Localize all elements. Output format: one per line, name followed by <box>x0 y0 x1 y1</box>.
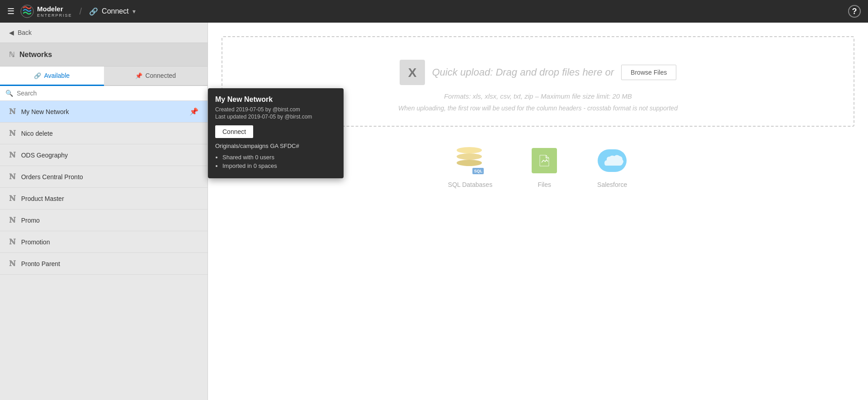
search-icon: 🔍 <box>5 90 13 97</box>
svg-text:X: X <box>408 66 416 80</box>
tab-available-label: Available <box>44 72 70 79</box>
salesforce-label: Salesforce <box>597 181 627 188</box>
navbar: ☰ Modeler ENTERPRISE / 🔗 Connect ▾ ? <box>0 0 868 23</box>
sql-icon: SQL <box>454 145 486 176</box>
sidebar-tabs: 🔗 Available 📌 Connected <box>0 67 208 86</box>
datasource-sql[interactable]: SQL SQL Databases <box>448 145 492 188</box>
chevron-down-icon[interactable]: ▾ <box>132 8 136 15</box>
networks-header: ℕ Networks <box>0 43 208 67</box>
network-icon: ℕ <box>9 172 16 181</box>
back-chevron-icon: ◀ <box>9 29 14 36</box>
list-item-label: Pronto Parent <box>21 260 198 267</box>
list-item-label: Product Master <box>21 195 198 202</box>
network-icon: ℕ <box>9 194 16 203</box>
networks-icon: ℕ <box>9 50 15 59</box>
list-item[interactable]: ℕ Pronto Parent <box>0 253 208 275</box>
browse-files-button[interactable]: Browse Files <box>621 65 676 80</box>
tooltip-connect-button[interactable]: Connect <box>215 125 253 138</box>
network-list: ℕ My New Network 📌 ℕ Nico delete ℕ ODS G… <box>0 101 208 400</box>
back-label: Back <box>18 29 32 36</box>
list-item[interactable]: ℕ Orders Central Pronto <box>0 166 208 188</box>
help-button[interactable]: ? <box>848 5 861 18</box>
tab-available[interactable]: 🔗 Available <box>0 67 104 86</box>
search-bar: 🔍 <box>0 86 208 101</box>
tooltip-updated-text: Last updated 2019-07-05 by <box>215 114 283 120</box>
tooltip-updated-email: @birst.com <box>284 114 312 120</box>
files-icon-wrap <box>532 148 557 173</box>
network-icon: ℕ <box>9 107 16 116</box>
upload-drag-drop-text: Quick upload: Drag and drop files here o… <box>432 67 614 78</box>
modeler-logo-icon <box>20 4 34 19</box>
pin-icon: 📌 <box>189 107 198 116</box>
sql-label: SQL Databases <box>448 181 492 188</box>
list-item[interactable]: ℕ My New Network 📌 <box>0 101 208 123</box>
tooltip-created: Created 2019-07-05 by @birst.com <box>215 106 336 113</box>
page-layout: ◀ Back ℕ Networks 🔗 Available 📌 Connecte… <box>0 23 868 400</box>
list-item[interactable]: ℕ Promo <box>0 210 208 231</box>
breadcrumb-label: Connect <box>102 7 129 15</box>
datasource-files[interactable]: Files <box>528 145 560 188</box>
list-item-label: ODS Geography <box>21 152 198 159</box>
list-item-label: Promotion <box>21 238 198 246</box>
list-item[interactable]: ℕ Product Master <box>0 188 208 210</box>
salesforce-icon <box>596 145 628 176</box>
upload-zone-content: X Quick upload: Drag and drop files here… <box>236 60 840 85</box>
files-icon <box>528 145 560 176</box>
app-logo: Modeler ENTERPRISE <box>20 4 72 19</box>
tooltip-imported-stat: Imported in 0 spaces <box>222 162 336 169</box>
sidebar: ◀ Back ℕ Networks 🔗 Available 📌 Connecte… <box>0 23 208 400</box>
search-input[interactable] <box>17 90 202 97</box>
app-edition: ENTERPRISE <box>37 13 72 18</box>
tab-connected[interactable]: 📌 Connected <box>104 67 208 86</box>
datasource-salesforce[interactable]: Salesforce <box>596 145 628 188</box>
available-tab-icon: 🔗 <box>34 72 41 79</box>
files-label: Files <box>538 181 551 188</box>
list-item[interactable]: ℕ Promotion <box>0 231 208 253</box>
main-content: X Quick upload: Drag and drop files here… <box>208 23 868 400</box>
tooltip-updated: Last updated 2019-07-05 by @birst.com <box>215 114 336 120</box>
svg-point-0 <box>21 5 33 18</box>
network-icon: ℕ <box>9 129 16 138</box>
list-item-label: Promo <box>21 217 198 224</box>
list-item[interactable]: ℕ ODS Geography <box>0 144 208 166</box>
sf-icon-wrap <box>598 149 627 172</box>
tooltip-shared-stat: Shared with 0 users <box>222 154 336 161</box>
tooltip-network-name: Originals/campaigns GA SFDC# <box>215 143 336 149</box>
list-item-label: My New Network <box>21 108 184 115</box>
nav-divider: / <box>80 6 82 17</box>
breadcrumb: 🔗 Connect ▾ <box>89 7 136 16</box>
back-button[interactable]: ◀ Back <box>0 23 208 43</box>
network-icon: ℕ <box>9 216 16 224</box>
network-icon: ℕ <box>9 151 16 159</box>
connect-icon: 🔗 <box>89 7 98 16</box>
tooltip-stats: Shared with 0 users Imported in 0 spaces <box>215 154 336 169</box>
network-tooltip-popup: My New Network Created 2019-07-05 by @bi… <box>208 88 344 178</box>
list-item-label: Orders Central Pronto <box>21 173 198 181</box>
tab-connected-label: Connected <box>145 72 176 79</box>
tooltip-title: My New Network <box>215 95 336 104</box>
hamburger-menu[interactable]: ☰ <box>7 6 14 16</box>
excel-icon: X <box>400 60 425 85</box>
network-icon: ℕ <box>9 238 16 246</box>
app-name: Modeler <box>37 5 63 13</box>
connected-tab-icon: 📌 <box>135 72 142 79</box>
tooltip-created-email: @birst.com <box>273 106 300 113</box>
tooltip-created-text: Created 2019-07-05 by <box>215 106 271 113</box>
network-icon: ℕ <box>9 259 16 268</box>
list-item[interactable]: ℕ Nico delete <box>0 123 208 144</box>
networks-title: Networks <box>19 51 52 59</box>
list-item-label: Nico delete <box>21 130 198 137</box>
